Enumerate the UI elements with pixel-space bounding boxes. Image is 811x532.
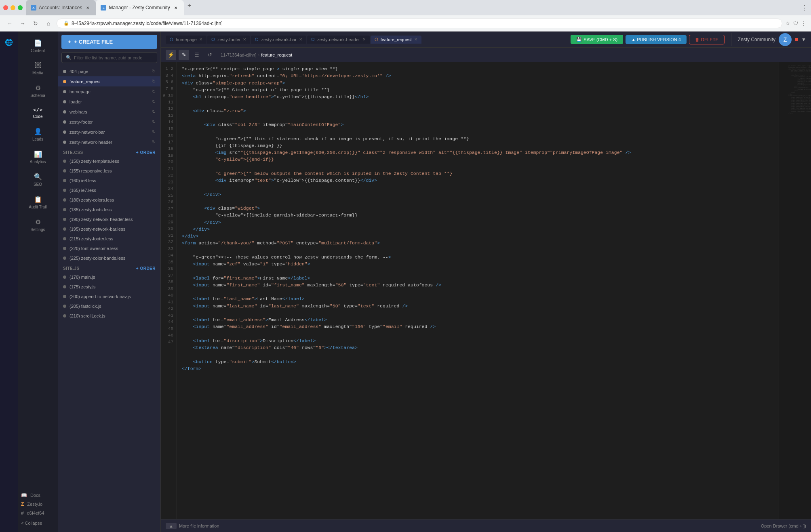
file-item-webinars[interactable]: webinars ↻ (58, 107, 160, 117)
file-item-css-165[interactable]: (165) ie7.less (58, 185, 160, 195)
code-content[interactable]: "c-green">{** recipe: simple page > sing… (177, 62, 779, 519)
edit-icon[interactable]: ✎ (179, 50, 189, 60)
sidebar-item-zesty[interactable]: Z Zesty.io (18, 500, 58, 509)
collapse-button[interactable]: < Collapse (18, 517, 58, 529)
home-button[interactable]: ⌂ (44, 19, 53, 28)
tab-menu-button[interactable]: ⋮ (801, 4, 808, 12)
site-css-label: SITE.CSS (63, 150, 83, 155)
sidebar-item-hash[interactable]: # d6f4ef64 (18, 509, 58, 517)
notification-badge (795, 38, 798, 41)
sidebar-item-audit[interactable]: 📋 Audit Trail (19, 191, 56, 213)
browser-tab-accounts[interactable]: A Accounts: Instances ✕ (26, 0, 96, 15)
file-item-znetbar[interactable]: zesty-network-bar ↻ (58, 127, 160, 137)
expand-icon: ▲ (169, 524, 173, 528)
list-icon[interactable]: ☰ (192, 50, 202, 60)
globe-icon[interactable]: 🌐 (2, 35, 16, 49)
titlebar: A Accounts: Instances ✕ Z Manager - Zest… (0, 0, 811, 15)
editor-tab-znetheader[interactable]: ⬡ zesty-network-header ✕ (307, 36, 370, 44)
znetbar-tab-close[interactable]: ✕ (299, 37, 302, 42)
browser-tab-manager-close[interactable]: ✕ (173, 4, 179, 11)
refresh-icon-zfooter[interactable]: ↻ (152, 119, 156, 124)
reload-button[interactable]: ↻ (31, 19, 40, 28)
extension-icon[interactable]: 🛡 (793, 21, 798, 26)
file-dot-css-215 (63, 237, 66, 240)
new-tab-button[interactable]: + (184, 0, 195, 11)
refresh-icon-webinars[interactable]: ↻ (152, 109, 156, 114)
file-item-css-150[interactable]: (150) zesty-template.less (58, 156, 160, 166)
file-dot-webinars (63, 110, 66, 114)
address-input[interactable]: 🔒 8-45a294a-zrpvwh.manager.zesty.io/code… (57, 19, 782, 28)
file-item-css-180[interactable]: (180) zesty-colors.less (58, 195, 160, 205)
history-icon[interactable]: ↺ (204, 50, 215, 60)
js-order-button[interactable]: + ORDER (136, 266, 156, 271)
browser-tab-accounts-close[interactable]: ✕ (84, 4, 91, 11)
file-item-css-155[interactable]: (155) responsive.less (58, 166, 160, 176)
sidebar-item-docs[interactable]: 📖 Docs (18, 491, 58, 500)
lightning-icon[interactable]: ⚡ (166, 50, 176, 60)
close-button[interactable] (3, 5, 8, 10)
expand-button[interactable]: ▲ (166, 523, 177, 529)
bookmark-icon[interactable]: ☆ (786, 21, 790, 26)
file-item-js-210[interactable]: (210) scrollLock.js (58, 311, 160, 321)
fullscreen-button[interactable] (18, 5, 23, 10)
znetheader-tab-close[interactable]: ✕ (362, 37, 366, 42)
more-icon[interactable]: ⋮ (801, 21, 806, 26)
file-item-404[interactable]: 404-page ↻ (58, 66, 160, 76)
refresh-icon-loader[interactable]: ↻ (152, 99, 156, 104)
file-actions-webinars: ↻ (152, 109, 156, 114)
file-item-feature[interactable]: feature_request ↻ (58, 76, 160, 86)
file-actions-loader: ↻ (152, 99, 156, 104)
css-order-button[interactable]: + ORDER (136, 150, 156, 155)
refresh-icon-hp[interactable]: ↻ (152, 89, 156, 94)
sidebar-item-settings[interactable]: ⚙ Settings (19, 214, 56, 236)
create-file-button[interactable]: + + CREATE FILE (61, 35, 157, 49)
file-item-js-205[interactable]: (205) fastclick.js (58, 301, 160, 311)
file-dot-homepage (63, 90, 66, 93)
more-file-info[interactable]: More file information (179, 524, 219, 528)
zfooter-tab-close[interactable]: ✕ (243, 37, 246, 42)
file-item-znetheader[interactable]: zesty-network-header ↻ (58, 137, 160, 147)
sidebar-item-content[interactable]: 📄 Content (19, 35, 56, 57)
delete-button[interactable]: 🗑 DELETE (689, 35, 725, 44)
feature-tab-close[interactable]: ✕ (414, 37, 417, 42)
file-item-homepage[interactable]: homepage ↻ (58, 86, 160, 97)
file-item-css-215[interactable]: (215) zesty-footer.less (58, 234, 160, 244)
homepage-tab-close[interactable]: ✕ (199, 37, 202, 42)
file-item-zesty-footer[interactable]: zesty-footer ↻ (58, 117, 160, 127)
forward-button[interactable]: → (18, 19, 27, 28)
file-item-js-175[interactable]: (175) zesty.js (58, 282, 160, 292)
refresh-icon[interactable]: ↻ (152, 69, 156, 74)
sidebar-item-schema[interactable]: ⚙ Schema (19, 80, 56, 102)
sidebar-item-seo[interactable]: 🔍 SEO (19, 169, 56, 191)
browser-tab-manager[interactable]: Z Manager - Zesty Community ✕ (96, 0, 183, 15)
file-item-css-195[interactable]: (195) zesty-network-bar.less (58, 224, 160, 234)
editor-tab-homepage[interactable]: ⬡ homepage ✕ (166, 36, 206, 44)
file-item-css-185[interactable]: (185) zesty-fonts.less (58, 205, 160, 214)
file-item-loader[interactable]: loader ↻ (58, 97, 160, 107)
file-actions-zfooter: ↻ (152, 119, 156, 124)
editor-tab-feature-request[interactable]: ⬡ feature_request ✕ (371, 36, 421, 44)
file-item-css-190[interactable]: (190) zesty-network-header.less (58, 214, 160, 224)
file-item-js-170[interactable]: (170) main.js (58, 272, 160, 282)
file-item-css-160[interactable]: (160) ie8.less (58, 176, 160, 185)
editor-tab-znetbar[interactable]: ⬡ zesty-network-bar ✕ (251, 36, 306, 44)
editor-tab-zesty-footer[interactable]: ⬡ zesty-footer ✕ (207, 36, 250, 44)
sidebar-item-leads[interactable]: 👤 Leads (19, 124, 56, 145)
file-item-css-225[interactable]: (225) zesty-color-bands.less (58, 253, 160, 263)
sidebar-item-code[interactable]: </> Code (19, 103, 56, 123)
user-chevron[interactable]: ▼ (801, 37, 806, 42)
refresh-icon-feature[interactable]: ↻ (152, 79, 156, 84)
file-item-css-220[interactable]: (220) font-awesome.less (58, 244, 160, 253)
refresh-icon-znetheader[interactable]: ↻ (152, 139, 156, 145)
back-button[interactable]: ← (5, 19, 15, 28)
sidebar-item-analytics[interactable]: 📊 Analytics (19, 146, 56, 168)
minimize-button[interactable] (11, 5, 15, 10)
file-name-css-195: (195) zesty-network-bar.less (70, 227, 156, 231)
refresh-icon-znetbar[interactable]: ↻ (152, 129, 156, 135)
save-button[interactable]: 💾 SAVE (CMD + S) (571, 35, 623, 44)
editor-toolbar: ⚡ ✎ ☰ ↺ 11-71364ad-c|lhn] › feature_requ… (161, 48, 811, 62)
file-search-input[interactable]: 🔍 Filter file list by name, zuid or code (61, 52, 157, 63)
publish-button[interactable]: ▲ PUBLISH VERSION 4 (626, 35, 687, 44)
file-item-js-200[interactable]: (200) append-to-network-nav.js (58, 292, 160, 301)
sidebar-item-media[interactable]: 🖼 Media (19, 58, 56, 79)
